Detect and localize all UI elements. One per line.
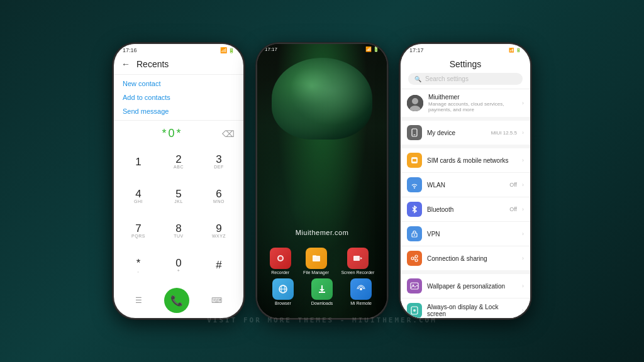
mi-remote-icon [350,278,372,300]
app-files[interactable]: File Manager [303,248,329,275]
svg-point-25 [415,259,418,261]
earth-globe [272,58,372,140]
add-to-contacts-link[interactable]: Add to contacts [123,94,235,101]
site-label: Miuithemer.com [257,229,387,236]
wallpaper-icon [407,278,422,293]
bluetooth-content: Bluetooth [427,206,504,213]
dial-key-4[interactable]: 4GHI [119,180,158,213]
status-time-1: 17:16 [123,47,137,53]
settings-item-mydevice[interactable]: My device MIUI 12.5.5 › [401,121,530,145]
wallpaper-content: Wallpaper & personalization [427,283,517,290]
status-icons-1: 📶 🔋 [220,47,235,53]
svg-marker-5 [360,257,362,260]
backspace-icon[interactable]: ⌫ [222,129,235,139]
settings-item-bluetooth[interactable]: Bluetooth Off › [401,197,530,222]
app-browser[interactable]: Browser [272,278,294,305]
recorder-icon [270,248,291,269]
miuithemer-content: Miuithemer Manage accounts, cloud servic… [428,94,517,112]
phone-dialer: 17:16 📶 🔋 ← Recents New contact Add to c… [113,43,245,319]
dial-key-3[interactable]: 3DEF [199,145,238,178]
dial-key-1[interactable]: 1 [119,145,158,178]
mydevice-content: My device [427,129,486,136]
settings-item-aod[interactable]: Always-on display & Lock screen › [401,299,530,318]
settings-item-connection[interactable]: Connection & sharing › [401,246,530,270]
settings-item-vpn[interactable]: VPN › [401,222,530,246]
phone-home: 17:17 📶 🔋 Miuithemer.com Recorder [256,43,388,319]
svg-line-26 [414,257,415,258]
dialer-grid: 1 2ABC 3DEF 4GHI 5JKL 6MNO 7PQRS 8TUV 9W… [114,143,243,284]
downloads-icon [311,278,333,300]
app-downloads[interactable]: Downloads [311,278,333,305]
settings-section-account: Miuithemer Manage accounts, cloud servic… [401,89,530,117]
chevron-icon-8: › [522,307,524,314]
dial-key-7[interactable]: 7PQRS [119,214,158,248]
svg-point-31 [413,309,416,312]
dial-key-star[interactable]: *, [119,248,158,282]
settings-section-device: My device MIUI 12.5.5 › [401,121,530,145]
settings-search-bar[interactable]: 🔍 Search settings [408,73,523,85]
app-mi-remote[interactable]: Mi Remote [350,278,372,305]
settings-status-bar: 17:17 📶 🔋 [401,44,530,55]
app-grid: Recorder File Manager Screen Recorder [257,248,387,305]
chevron-icon-1: › [522,129,524,136]
settings-section-network: SIM cards & mobile networks › WLAN Off › [401,148,530,270]
settings-item-miuithemer[interactable]: Miuithemer Manage accounts, cloud servic… [401,89,530,117]
recents-actions: New contact Add to contacts Send message [114,75,243,121]
watermark: VISIT FOR MORE THEMES - MIUITHEMER.COM [207,316,437,324]
connection-icon [407,251,422,266]
bluetooth-value: Off [509,206,517,212]
settings-item-wlan[interactable]: WLAN Off › [401,173,530,197]
screen-rec-label: Screen Recorder [341,270,374,275]
aod-title: Always-on display & Lock screen [427,304,517,317]
dial-key-5[interactable]: 5JKL [159,180,198,213]
send-message-link[interactable]: Send message [123,107,235,115]
miuithemer-subtitle: Manage accounts, cloud services, payment… [428,101,517,112]
browser-label: Browser [275,301,291,305]
dial-key-0[interactable]: 0+ [159,248,198,282]
call-button[interactable]: 📞 [164,288,189,313]
menu-icon[interactable]: ☰ [135,296,142,305]
phone-settings: 17:17 📶 🔋 Settings 🔍 Search settings [399,43,531,319]
connection-title: Connection & sharing [427,255,517,262]
dial-key-hash[interactable]: # [199,248,238,282]
chevron-icon-4: › [522,206,524,212]
svg-point-22 [414,234,415,236]
earth-overlay [272,58,372,140]
aod-content: Always-on display & Lock screen [427,304,517,317]
svg-marker-10 [319,289,325,292]
svg-rect-16 [412,129,417,136]
settings-list: Miuithemer Manage accounts, cloud servic… [401,89,530,318]
status-bar-1: 17:16 📶 🔋 [114,44,243,55]
keypad-icon[interactable]: ⌨ [211,296,222,305]
miui-version-badge: MIUI 12.5.5 [491,130,517,136]
dial-key-2[interactable]: 2ABC [159,145,198,178]
settings-header: Settings 🔍 Search settings [401,55,530,89]
wlan-value: Off [509,182,517,188]
dial-key-9[interactable]: 9WXYZ [199,214,238,248]
dial-key-6[interactable]: 6MNO [199,180,238,213]
new-contact-link[interactable]: New contact [123,80,235,87]
settings-section-personalization: Wallpaper & personalization › Always-on … [401,274,530,318]
dial-key-8[interactable]: 8TUV [159,214,198,248]
bluetooth-title: Bluetooth [427,206,504,213]
screen-rec-icon [347,248,369,269]
settings-item-sim[interactable]: SIM cards & mobile networks › [401,148,530,173]
sim-title: SIM cards & mobile networks [427,157,517,164]
search-icon: 🔍 [414,76,421,82]
search-placeholder: Search settings [425,75,469,82]
recents-title: Recents [136,59,169,69]
home-time: 17:17 [265,47,277,52]
app-row-1: Recorder File Manager Screen Recorder [264,248,380,275]
app-screen-rec[interactable]: Screen Recorder [341,248,374,275]
settings-item-wallpaper[interactable]: Wallpaper & personalization › [401,274,530,299]
back-arrow-icon[interactable]: ← [121,59,130,69]
recents-header: ← Recents [114,55,243,75]
home-screen: 17:17 📶 🔋 Miuithemer.com Recorder [257,44,387,318]
dialer-bottom: ☰ 📞 ⌨ [114,284,243,318]
app-row-2: Browser Downloads Mi Remote [264,278,380,305]
dialer-screen: 17:16 📶 🔋 ← Recents New contact Add to c… [114,44,243,318]
browser-icon [272,278,294,300]
mydevice-title: My device [427,129,486,136]
svg-line-27 [414,259,415,260]
app-recorder[interactable]: Recorder [270,248,291,275]
